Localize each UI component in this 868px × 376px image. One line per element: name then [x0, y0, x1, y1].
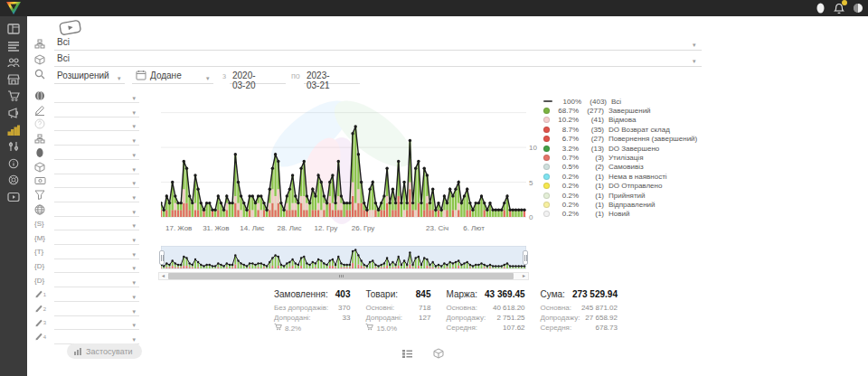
cube-icon: [34, 162, 46, 173]
legend-item[interactable]: 8.7%(35)DO Возврат склад: [543, 125, 697, 134]
theme-icon[interactable]: [852, 2, 864, 14]
x-tick-label: 28. Лис: [277, 224, 301, 232]
filter-row-pencil-icon3[interactable]: 3▾: [33, 317, 141, 331]
legend-item[interactable]: 0.2%(1)DO Отправлено: [543, 182, 697, 191]
legend-item[interactable]: 68.7%(277)Завершений: [543, 106, 697, 115]
x-tick-label: 12. Гру: [315, 224, 338, 232]
stat-value: 403: [335, 289, 351, 299]
filter-row-cube-icon[interactable]: ▾: [33, 162, 141, 175]
stat-value: 43 369.45: [485, 289, 525, 299]
select-value: Всі: [57, 53, 70, 63]
stat-title: Замовлення:: [274, 289, 328, 299]
avatar-icon: [34, 147, 46, 158]
pen-line-icon: [34, 105, 46, 116]
chart-navigator: [161, 246, 526, 270]
legend-item[interactable]: 100%(403)Всі: [543, 97, 697, 106]
bell-icon[interactable]: [833, 2, 845, 14]
filter-row-banknote-icon[interactable]: ▾: [33, 175, 141, 189]
nav-megaphone-icon[interactable]: [6, 106, 21, 120]
chevron-down-icon: ▾: [132, 123, 136, 130]
legend-dot-swatch: [543, 202, 550, 208]
legend-item[interactable]: 10.2%(41)Відмова: [543, 116, 697, 125]
select-value: Всі: [57, 37, 70, 47]
legend-item[interactable]: 0.2%(1)Новий: [543, 210, 697, 219]
filter-row-globe-icon[interactable]: ▾: [33, 204, 141, 218]
date-field-select[interactable]: Додане: [150, 70, 182, 80]
question-icon: [34, 118, 46, 129]
summary-stats: Замовлення:403Без допродажів:370Допродан…: [274, 289, 618, 334]
filter-row-bracket-m-icon[interactable]: {M}▾: [33, 232, 141, 246]
stat-title: Товари:: [365, 289, 398, 299]
nav-users-icon[interactable]: [6, 55, 21, 70]
search-mode-select[interactable]: Розширений: [57, 70, 109, 80]
scroll-right-arrow[interactable]: ▸: [520, 273, 528, 279]
cube-icon[interactable]: [433, 346, 444, 362]
chevron-down-icon: ▾: [132, 294, 136, 301]
filter-row-bracket-d-icon[interactable]: {D}▾: [33, 260, 141, 274]
bracket-d-icon: {D}: [34, 260, 46, 271]
scrollbar-thumb[interactable]: [168, 273, 514, 279]
nav-info-icon[interactable]: [6, 156, 21, 171]
search-icon[interactable]: [34, 69, 46, 80]
chevron-down-icon: ▾: [132, 180, 136, 187]
date-from-label: з: [222, 71, 226, 80]
nav-sliders-icon[interactable]: [6, 139, 21, 154]
filter-row-sitemap-icon[interactable]: ▾: [33, 133, 141, 146]
legend-dot-swatch: [543, 164, 550, 170]
chevron-down-icon: ▾: [132, 109, 136, 117]
filter-row-bracket-db-icon[interactable]: {D}▾: [33, 275, 141, 288]
chevron-down-icon: ▾: [132, 209, 136, 216]
legend-item[interactable]: 0.2%(1)Нема в наявності: [543, 172, 697, 181]
app-logo-icon[interactable]: [5, 1, 22, 15]
filter-row-funnel-icon[interactable]: ▾: [33, 190, 141, 203]
filter-row-pen-line-icon[interactable]: ▾: [33, 105, 141, 118]
apply-button[interactable]: Застосувати: [67, 343, 142, 359]
filter-row-bracket-s-icon[interactable]: {S}▾: [33, 218, 141, 231]
legend-item[interactable]: 0.7%(3)Утилізація: [543, 153, 697, 162]
nav-store-icon[interactable]: [6, 72, 21, 87]
nav-help-icon[interactable]: [6, 173, 21, 187]
top-select-0[interactable]: Всі▾: [33, 35, 702, 51]
legend-item[interactable]: 3.2%(13)DO Завершено: [543, 144, 697, 153]
x-tick-label: 23. Січ: [426, 224, 448, 232]
header-actions: [814, 1, 864, 15]
legend-dot-swatch: [543, 117, 550, 123]
bracket-t-icon: {T}: [34, 247, 46, 258]
navigator-left-handle[interactable]: [159, 250, 165, 265]
legend-item[interactable]: 0.2%(1)Відправлений: [543, 200, 697, 209]
filter-row-bracket-t-icon[interactable]: {T}▾: [33, 247, 141, 260]
globe-icon: [34, 204, 46, 215]
filter-row-pencil-icon2[interactable]: 2▾: [33, 304, 141, 317]
legend-item[interactable]: 0.2%(1)Прийнятий: [543, 191, 697, 200]
chevron-down-icon: ▾: [132, 194, 136, 202]
list-view-icon[interactable]: [401, 346, 413, 362]
legend-item[interactable]: 6.7%(27)Повернення (завершений): [543, 135, 697, 144]
top-select-1[interactable]: Всі▾: [33, 52, 702, 67]
chevron-down-icon: ▾: [132, 265, 136, 272]
notification-badge: [842, 0, 847, 5]
stat-title: Сума:: [541, 289, 565, 299]
date-from-input[interactable]: 2020-03-20: [232, 70, 256, 90]
nav-cart-icon[interactable]: [6, 89, 21, 103]
filter-row-avatar-icon[interactable]: ▾: [33, 147, 141, 161]
scroll-left-arrow[interactable]: ◂: [159, 273, 167, 279]
filter-row-pencil-icon1[interactable]: 1▾: [33, 289, 141, 303]
x-tick-label: 17. Жов: [165, 224, 192, 232]
pencil-icon: 2: [34, 304, 46, 315]
navigator-right-handle[interactable]: [523, 250, 528, 265]
nav-list-icon[interactable]: [6, 39, 21, 53]
bracket-db-icon: {D}: [34, 275, 46, 286]
cube-icon: [34, 52, 46, 64]
y-tick-label: 0: [529, 213, 533, 221]
stat-value: 845: [416, 289, 431, 299]
legend-item[interactable]: 0.5%(2)Самовивіз: [543, 163, 697, 172]
pencil-icon: 1: [34, 289, 46, 300]
nav-columns-icon[interactable]: [6, 22, 21, 36]
user-icon[interactable]: [814, 2, 826, 14]
nav-bar-chart-icon[interactable]: [6, 123, 21, 137]
date-to-input[interactable]: 2023-03-21: [307, 70, 330, 90]
filter-row-question-icon[interactable]: ▾: [33, 118, 141, 132]
nav-video-icon[interactable]: [6, 190, 21, 204]
stat-column: Замовлення:403Без допродажів:370Допродан…: [274, 289, 350, 334]
filter-row-globe-filled-icon[interactable]: ▾: [33, 90, 141, 104]
